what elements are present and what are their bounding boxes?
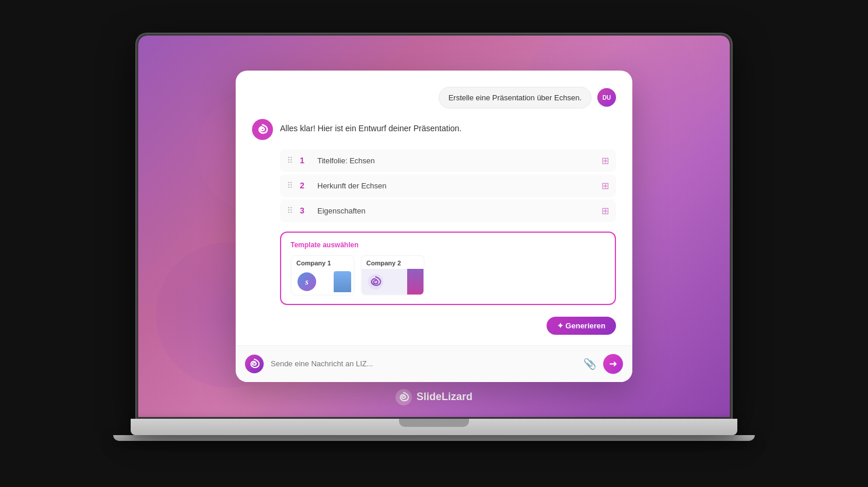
send-button[interactable] bbox=[603, 354, 623, 374]
user-message-text: Erstelle eine Präsentation über Echsen. bbox=[449, 93, 582, 102]
slide-item-1[interactable]: ⠿ 1 Titelfolie: Echsen ⊞ bbox=[280, 149, 616, 172]
user-avatar: DU bbox=[597, 88, 616, 107]
ai-response-row: Alles klar! Hier ist ein Entwurf deiner … bbox=[252, 119, 616, 140]
drag-handle-3: ⠿ bbox=[287, 206, 293, 215]
svg-point-4 bbox=[245, 355, 264, 373]
template-c2-color-bar bbox=[407, 269, 424, 295]
brand-name-bold: Slide bbox=[416, 391, 442, 402]
chat-input-logo bbox=[245, 355, 264, 373]
slide-item-2[interactable]: ⠿ 2 Herkunft der Echsen ⊞ bbox=[280, 174, 616, 197]
template-options: Company 1 bbox=[290, 255, 606, 296]
user-message-row: Erstelle eine Präsentation über Echsen. … bbox=[252, 87, 616, 108]
user-bubble: Erstelle eine Präsentation über Echsen. bbox=[439, 87, 592, 108]
chat-card: Erstelle eine Präsentation über Echsen. … bbox=[236, 71, 632, 382]
drag-handle-2: ⠿ bbox=[287, 181, 293, 190]
template-preview-company1: s bbox=[292, 269, 354, 295]
brand-name: SlideLizard bbox=[416, 391, 473, 403]
slide-number-3: 3 bbox=[300, 206, 310, 215]
slide-menu-icon-1[interactable]: ⊞ bbox=[601, 155, 609, 166]
slide-number-1: 1 bbox=[300, 156, 310, 165]
template-preview-company2 bbox=[362, 269, 424, 295]
svg-point-0 bbox=[252, 119, 273, 140]
slide-title-2: Herkunft der Echsen bbox=[317, 181, 594, 190]
attach-icon[interactable]: 📎 bbox=[583, 358, 596, 370]
laptop-screen-bezel: Erstelle eine Präsentation über Echsen. … bbox=[136, 34, 732, 419]
svg-point-5 bbox=[396, 389, 412, 405]
generate-button[interactable]: ✦ Generieren bbox=[547, 317, 616, 335]
template-c1-color-bar bbox=[334, 271, 351, 292]
slide-menu-icon-3[interactable]: ⊞ bbox=[601, 205, 609, 216]
template-selector: Template auswählen Company 1 bbox=[280, 232, 616, 305]
generate-row: ✦ Generieren bbox=[280, 317, 616, 335]
svg-text:s: s bbox=[304, 278, 309, 286]
slide-number-2: 2 bbox=[300, 181, 310, 190]
user-avatar-label: DU bbox=[603, 94, 611, 101]
template-card-company2[interactable]: Company 2 bbox=[360, 255, 425, 296]
ai-response-text: Alles klar! Hier ist ein Entwurf deiner … bbox=[280, 119, 461, 133]
slide-title-3: Eigenschaften bbox=[317, 206, 594, 215]
slide-title-1: Titelfolie: Echsen bbox=[317, 156, 594, 165]
slide-item-3[interactable]: ⠿ 3 Eigenschaften ⊞ bbox=[280, 199, 616, 222]
laptop-shell: Erstelle eine Präsentation über Echsen. … bbox=[113, 34, 755, 454]
laptop-base bbox=[131, 419, 737, 435]
template-c1-logo: s bbox=[298, 272, 316, 291]
chat-body: Erstelle eine Präsentation über Echsen. … bbox=[236, 71, 632, 335]
brand-footer: SlideLizard bbox=[396, 389, 473, 405]
slide-menu-icon-2[interactable]: ⊞ bbox=[601, 180, 609, 191]
laptop-foot bbox=[113, 435, 755, 441]
ai-logo-icon bbox=[252, 119, 273, 140]
laptop-notch bbox=[399, 419, 469, 427]
template-name-company1: Company 1 bbox=[292, 256, 354, 269]
template-c2-logo bbox=[365, 271, 386, 292]
template-name-company2: Company 2 bbox=[362, 256, 424, 269]
chat-input-area: 📎 bbox=[236, 345, 632, 382]
template-section-label: Template auswählen bbox=[290, 241, 606, 249]
brand-name-light: Lizard bbox=[442, 391, 473, 402]
slides-list: ⠿ 1 Titelfolie: Echsen ⊞ ⠿ 2 Herkunft de… bbox=[280, 149, 616, 222]
drag-handle-1: ⠿ bbox=[287, 156, 293, 165]
chat-input[interactable] bbox=[271, 359, 576, 368]
laptop-screen: Erstelle eine Präsentation über Echsen. … bbox=[138, 36, 730, 417]
template-card-company1[interactable]: Company 1 bbox=[290, 255, 355, 296]
